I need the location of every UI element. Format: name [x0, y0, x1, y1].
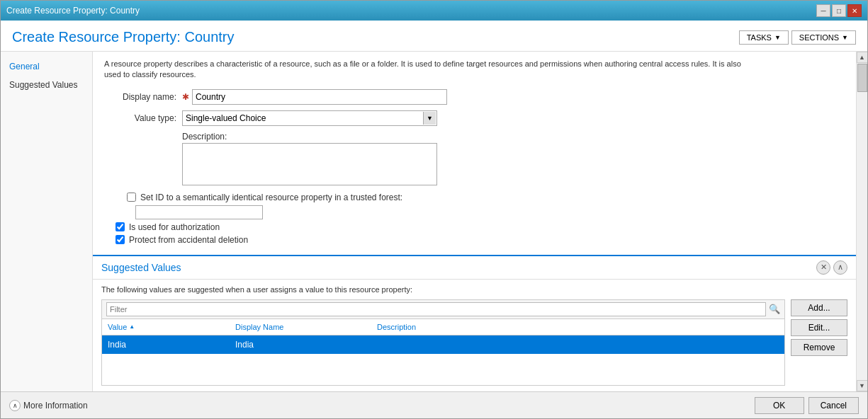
- is-used-row: Is used for authorization: [115, 222, 845, 232]
- tasks-button[interactable]: TASKS ▼: [739, 30, 789, 45]
- sort-arrow-icon: ▲: [129, 323, 135, 330]
- dialog-header: Create Resource Property: Country TASKS …: [1, 21, 867, 52]
- sv-filter-input[interactable]: [106, 302, 766, 316]
- sv-col-header-desc[interactable]: Description: [371, 321, 784, 333]
- scroll-thumb[interactable]: [857, 64, 867, 92]
- value-type-wrapper: Single-valued Choice Multi-valued Choice…: [182, 110, 437, 126]
- value-type-row: Value type: Single-valued Choice Multi-v…: [104, 110, 845, 126]
- suggested-values-section: Suggested Values ✕ ∧ The following value…: [93, 255, 856, 391]
- sv-table-wrapper: 🔍 Value ▲ Display Name: [101, 299, 785, 386]
- is-used-label: Is used for authorization: [129, 222, 220, 232]
- sv-filter-row: 🔍: [102, 300, 784, 319]
- sv-header: Suggested Values ✕ ∧: [93, 256, 856, 280]
- sidebar-item-general[interactable]: General: [1, 57, 92, 76]
- sv-action-buttons: Add... Edit... Remove: [791, 299, 847, 386]
- tasks-label: TASKS: [747, 33, 772, 42]
- more-info-label: More Information: [23, 401, 88, 411]
- general-section: A resource property describes a characte…: [93, 52, 856, 255]
- edit-button[interactable]: Edit...: [791, 319, 847, 336]
- protect-checkbox[interactable]: [115, 235, 125, 244]
- header-buttons: TASKS ▼ SECTIONS ▼: [739, 30, 856, 45]
- more-info-arrow-icon: ∧: [9, 400, 21, 411]
- sv-title: Suggested Values: [101, 262, 181, 273]
- main-content: General Suggested Values A resource prop…: [1, 52, 867, 391]
- title-bar: Create Resource Property: Country ─ □ ✕: [1, 1, 867, 21]
- set-id-wrapper: Set ID to a semantically identical resou…: [115, 193, 845, 219]
- main-window: Create Resource Property: Country ─ □ ✕ …: [0, 0, 868, 419]
- sections-label: SECTIONS: [799, 33, 839, 42]
- display-name-row: Display name: ✱: [104, 89, 845, 105]
- value-type-select[interactable]: Single-valued Choice Multi-valued Choice…: [182, 110, 437, 126]
- display-name-input[interactable]: [192, 89, 447, 105]
- scroll-up-arrow[interactable]: ▲: [857, 52, 868, 63]
- general-description: A resource property describes a characte…: [104, 59, 742, 81]
- protect-row: Protect from accidental deletion: [115, 235, 845, 245]
- search-icon: 🔍: [769, 304, 780, 314]
- description-label: Description:: [182, 132, 845, 142]
- sv-controls: ✕ ∧: [816, 260, 847, 275]
- close-button[interactable]: ✕: [847, 4, 862, 17]
- cancel-button[interactable]: Cancel: [808, 397, 859, 414]
- minimize-button[interactable]: ─: [816, 4, 830, 17]
- sv-col-header-display[interactable]: Display Name: [230, 321, 371, 333]
- footer-buttons: OK Cancel: [755, 397, 859, 414]
- required-star: ✱: [182, 92, 189, 102]
- footer: ∧ More Information OK Cancel: [1, 391, 867, 418]
- sv-close-button[interactable]: ✕: [816, 260, 830, 275]
- sv-body: The following values are suggested when …: [93, 280, 856, 391]
- sv-cell-value: India: [102, 338, 230, 351]
- sections-button[interactable]: SECTIONS ▼: [791, 30, 856, 45]
- sidebar: General Suggested Values: [1, 52, 93, 391]
- add-button[interactable]: Add...: [791, 299, 847, 316]
- sidebar-item-suggested-values[interactable]: Suggested Values: [1, 76, 92, 94]
- sv-col-header-value[interactable]: Value ▲: [102, 321, 230, 333]
- description-textarea[interactable]: [182, 143, 437, 185]
- sv-collapse-button[interactable]: ∧: [833, 260, 847, 275]
- protect-label: Protect from accidental deletion: [129, 235, 248, 245]
- sv-cell-display: India: [230, 338, 371, 351]
- title-bar-title: Create Resource Property: Country: [6, 6, 140, 16]
- is-used-checkbox[interactable]: [115, 222, 125, 231]
- sv-description: The following values are suggested when …: [101, 285, 847, 294]
- display-name-label: Display name:: [104, 92, 182, 102]
- sv-table-area: 🔍 Value ▲ Display Name: [101, 299, 847, 386]
- value-type-label: Value type:: [104, 113, 182, 123]
- sv-table-rows: India India: [102, 335, 784, 385]
- tasks-arrow-icon: ▼: [774, 34, 781, 41]
- scroll-down-arrow[interactable]: ▼: [857, 380, 868, 391]
- scrollbar: ▲ ▼: [856, 52, 867, 391]
- set-id-row: Set ID to a semantically identical resou…: [127, 193, 845, 202]
- dialog-title: Create Resource Property: Country: [12, 29, 234, 45]
- maximize-button[interactable]: □: [832, 4, 846, 17]
- sv-cell-desc: [371, 338, 784, 351]
- sv-table-header: Value ▲ Display Name Description: [102, 319, 784, 335]
- set-id-checkbox[interactable]: [127, 193, 136, 202]
- title-bar-controls: ─ □ ✕: [816, 4, 862, 17]
- scroll-track: [857, 63, 867, 380]
- description-field-wrapper: Description:: [104, 132, 845, 185]
- ok-button[interactable]: OK: [755, 397, 804, 414]
- set-id-label: Set ID to a semantically identical resou…: [140, 193, 402, 202]
- sections-arrow-icon: ▼: [842, 34, 848, 41]
- content-area: A resource property describes a characte…: [93, 52, 856, 391]
- more-information[interactable]: ∧ More Information: [9, 400, 88, 411]
- table-row[interactable]: India India: [102, 335, 784, 354]
- forest-input[interactable]: [135, 205, 263, 219]
- remove-button[interactable]: Remove: [791, 339, 847, 356]
- title-bar-left: Create Resource Property: Country: [6, 6, 140, 16]
